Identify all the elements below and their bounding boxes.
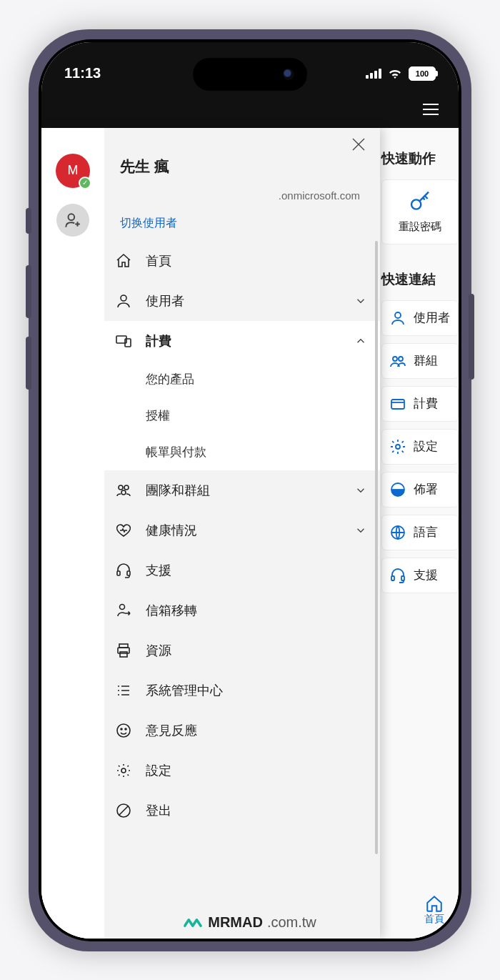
svg-rect-18 (127, 571, 130, 575)
sidebar-item-resources[interactable]: 資源 (104, 630, 380, 670)
sidebar-item-billing[interactable]: 計費 (104, 321, 380, 361)
user-icon (389, 310, 406, 327)
svg-point-2 (393, 357, 397, 361)
phone-power-button (469, 294, 474, 380)
bottom-nav-home[interactable]: 首頁 (424, 894, 444, 926)
svg-point-23 (117, 724, 130, 737)
profile-header: 先生 瘋 .onmicrosoft.com 切换使用者 (104, 128, 380, 241)
svg-point-15 (124, 485, 129, 490)
sidebar-item-signout[interactable]: 登出 (104, 791, 380, 831)
printer-icon (114, 641, 133, 660)
group-icon (389, 352, 406, 370)
quick-link-settings[interactable]: 設定 (381, 429, 459, 465)
quick-link-support[interactable]: 支援 (381, 558, 459, 593)
phone-silent-switch (26, 208, 31, 234)
svg-point-26 (121, 768, 126, 773)
navigation-drawer: M ✓ 先生 瘋 .onmicrosoft.com 切换使用者 (41, 128, 380, 939)
dynamic-island (193, 58, 307, 91)
headset-icon (389, 567, 406, 584)
list-icon (114, 681, 133, 700)
sidebar-item-admin-centers[interactable]: 系統管理中心 (104, 670, 380, 711)
svg-rect-22 (120, 652, 127, 657)
quick-link-users[interactable]: 使用者 (381, 300, 459, 336)
main-content-underlay: 快速動作 重設密碼 快速連結 使用者 群組 計費 (373, 128, 459, 939)
heart-pulse-icon (114, 521, 133, 540)
switch-user-link[interactable]: 切换使用者 (120, 216, 364, 231)
quick-link-deploy[interactable]: 佈署 (381, 472, 459, 508)
avatar-initial: M (68, 163, 79, 178)
phone-volume-up (26, 265, 31, 318)
chevron-down-icon (354, 524, 367, 537)
sidebar-item-migration[interactable]: 信箱移轉 (104, 590, 380, 630)
quick-link-groups[interactable]: 群組 (381, 343, 459, 379)
headset-icon (114, 561, 133, 580)
quick-link-billing[interactable]: 計費 (381, 386, 459, 422)
chevron-down-icon (354, 484, 367, 497)
svg-point-19 (120, 604, 125, 609)
watermark: MRMAD.com.tw (184, 913, 316, 933)
sidebar-item-health[interactable]: 健康情況 (104, 510, 380, 550)
phone-volume-down (26, 337, 31, 390)
svg-point-16 (121, 490, 126, 495)
svg-point-11 (121, 295, 126, 301)
sidebar-item-settings[interactable]: 設定 (104, 751, 380, 791)
smile-icon (114, 721, 133, 740)
svg-point-1 (395, 312, 401, 318)
watermark-logo-icon (184, 913, 204, 933)
gear-icon (389, 438, 406, 455)
phone-frame: 11:13 100 快速動作 重設密碼 快速連結 (29, 29, 471, 951)
reset-password-label: 重設密碼 (399, 220, 441, 234)
home-icon (114, 252, 133, 270)
svg-rect-4 (391, 400, 404, 409)
status-time: 11:13 (64, 65, 101, 81)
add-account-button[interactable] (56, 204, 89, 237)
reset-password-card[interactable]: 重設密碼 (381, 179, 459, 244)
app-bar (41, 91, 459, 128)
svg-point-0 (411, 199, 421, 209)
svg-point-3 (399, 357, 403, 361)
sidebar-sub-bills-payments[interactable]: 帳單與付款 (104, 434, 380, 470)
group-icon (114, 481, 133, 500)
devices-icon (114, 332, 133, 350)
signal-icon (366, 69, 381, 79)
sidebar-item-home[interactable]: 首頁 (104, 241, 380, 281)
battery-icon: 100 (409, 66, 436, 81)
presence-available-icon: ✓ (79, 177, 91, 189)
menu-list: 首頁 使用者 計費 您的產品 授權 (104, 241, 380, 939)
wifi-icon (387, 68, 403, 79)
profile-name: 先生 瘋 (120, 157, 364, 177)
sidebar-item-users[interactable]: 使用者 (104, 281, 380, 321)
sidebar-sub-your-products[interactable]: 您的產品 (104, 361, 380, 397)
user-transfer-icon (114, 601, 133, 620)
menu-icon[interactable] (423, 104, 439, 115)
scrollbar[interactable] (375, 241, 378, 855)
svg-point-25 (125, 728, 126, 730)
key-icon (409, 190, 431, 213)
quick-link-language[interactable]: 語言 (381, 515, 459, 550)
svg-rect-9 (401, 576, 404, 580)
home-icon (425, 894, 444, 913)
user-icon (114, 292, 133, 310)
sidebar-item-teams[interactable]: 團隊和群組 (104, 470, 380, 510)
account-rail: M ✓ (41, 128, 104, 939)
chevron-up-icon (354, 335, 367, 347)
svg-point-24 (121, 728, 122, 730)
chevron-down-icon (354, 295, 367, 307)
circle-half-icon (389, 481, 406, 498)
close-button[interactable] (350, 135, 367, 157)
profile-domain: .onmicrosoft.com (120, 189, 364, 202)
close-icon (350, 136, 367, 153)
block-icon (114, 801, 133, 820)
quick-actions-heading: 快速動作 (381, 149, 459, 168)
svg-point-14 (119, 485, 123, 490)
globe-icon (389, 524, 406, 541)
sidebar-item-support[interactable]: 支援 (104, 550, 380, 590)
gear-icon (114, 761, 133, 780)
card-icon (389, 395, 406, 412)
avatar[interactable]: M ✓ (56, 154, 90, 188)
sidebar-sub-licenses[interactable]: 授權 (104, 397, 380, 434)
svg-point-10 (69, 214, 75, 220)
svg-point-5 (396, 445, 400, 449)
svg-rect-8 (391, 576, 394, 580)
sidebar-item-feedback[interactable]: 意見反應 (104, 711, 380, 751)
